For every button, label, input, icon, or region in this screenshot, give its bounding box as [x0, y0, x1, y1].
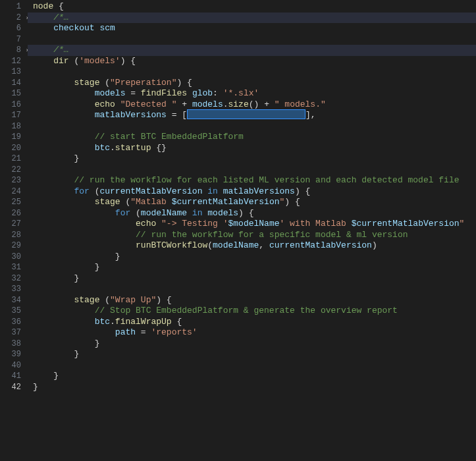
code-line[interactable]: path = 'reports'	[33, 327, 476, 339]
code-token: (	[207, 240, 213, 250]
code-token: scm	[99, 23, 115, 33]
code-area[interactable]: node { /*… checkout scm /*… dir ('models…	[28, 0, 476, 461]
code-line[interactable]: }	[33, 153, 476, 165]
code-token: matlabVersions	[223, 186, 295, 196]
code-line[interactable]: stage ("Wrap Up") {	[33, 295, 476, 306]
line-number-gutter: 12›678›121314151617181920212223242526272…	[0, 0, 28, 461]
code-token: "Detected "	[120, 99, 177, 109]
line-number: 6	[0, 23, 28, 34]
code-line[interactable]: matlabVersions = [],	[33, 110, 476, 121]
line-number: 19	[0, 132, 28, 143]
line-number: 22	[0, 165, 28, 176]
code-line[interactable]: }	[33, 382, 476, 393]
code-line[interactable]: }	[33, 262, 476, 273]
code-line[interactable]: btc.startup {}	[33, 143, 476, 154]
code-token: btc	[95, 143, 110, 153]
code-line[interactable]: echo "-> Testing '$modelName' with Matla…	[33, 219, 476, 230]
code-line[interactable]: runBTCWorkflow(modelName, currentMatlabV…	[33, 240, 476, 252]
code-line[interactable]: node {	[33, 1, 476, 13]
line-number: 30	[0, 252, 28, 263]
code-line[interactable]: }	[33, 273, 476, 285]
code-line[interactable]: }	[33, 371, 476, 382]
code-line[interactable]: }	[33, 349, 476, 360]
code-line[interactable]	[33, 34, 476, 45]
code-token: +	[176, 99, 192, 109]
code-line[interactable]: /*…	[28, 45, 476, 56]
code-token: /*…	[53, 13, 68, 22]
code-token: stage	[74, 78, 99, 88]
code-token: ) {	[120, 56, 136, 66]
line-number: 12	[0, 56, 28, 67]
code-line[interactable]: /*…	[28, 13, 476, 24]
code-token	[187, 88, 192, 98]
line-number: 15	[0, 88, 28, 99]
code-token	[33, 197, 95, 207]
code-token: .	[110, 317, 115, 327]
code-line[interactable]: btc.finalWrapUp {	[33, 317, 476, 328]
line-number: 25	[0, 197, 28, 208]
code-token: echo	[136, 219, 156, 229]
code-token: matlabVersions	[95, 110, 167, 120]
code-token	[33, 208, 115, 218]
code-line[interactable]: }	[33, 339, 476, 350]
line-number: 20	[0, 143, 28, 154]
line-number: 41	[0, 371, 28, 382]
code-line[interactable]	[33, 67, 476, 78]
line-number: 31	[0, 262, 28, 273]
code-line[interactable]: for (currentMatlabVersion in matlabVersi…	[33, 186, 476, 198]
code-token: (	[99, 295, 110, 305]
code-line[interactable]: }	[33, 252, 476, 263]
code-line[interactable]: echo "Detected " + models.size() + " mod…	[33, 99, 476, 111]
code-line[interactable]: models = findFiles glob: '*.slx'	[33, 88, 476, 99]
code-token: for	[115, 208, 130, 218]
code-line[interactable]: for (modelName in models) {	[33, 208, 476, 219]
line-number: 14	[0, 78, 28, 89]
code-line[interactable]: // start BTC EmbeddedPlatform	[33, 132, 476, 143]
code-token	[33, 99, 95, 109]
code-token: '*.slx'	[223, 88, 259, 98]
code-token: (	[130, 208, 141, 218]
text-selection[interactable]	[187, 109, 305, 119]
code-token	[156, 219, 161, 229]
code-token: finalWrapUp	[115, 317, 172, 327]
line-number: 2›	[0, 13, 28, 24]
code-line[interactable]: stage ("Preperation") {	[33, 78, 476, 89]
code-line[interactable]: // run the workflow for each listed ML v…	[33, 175, 476, 186]
code-line[interactable]	[33, 121, 476, 132]
code-line[interactable]: stage ("Matlab $currentMatlabVersion") {	[33, 197, 476, 208]
code-token	[33, 219, 136, 229]
code-token	[33, 273, 74, 283]
code-token: for	[74, 186, 89, 196]
code-token: " models."	[275, 99, 326, 109]
code-line[interactable]: dir ('models') {	[33, 56, 476, 67]
code-token: ],	[305, 110, 316, 120]
code-editor[interactable]: 12›678›121314151617181920212223242526272…	[0, 0, 476, 461]
code-line[interactable]: // Stop BTC EmbeddedPlatform & generate …	[33, 306, 476, 317]
code-token	[33, 262, 95, 272]
code-line[interactable]: checkout scm	[33, 23, 476, 34]
code-token: {	[172, 317, 182, 327]
code-line[interactable]	[33, 360, 476, 371]
code-token: ()	[249, 99, 259, 109]
code-line[interactable]	[33, 284, 476, 295]
line-number: 21	[0, 153, 28, 165]
code-token: models	[95, 88, 126, 98]
code-token: ) {	[156, 295, 171, 305]
code-line[interactable]: // run the workflow for a specific model…	[33, 230, 476, 241]
code-token: dir	[53, 56, 68, 66]
code-token	[33, 295, 74, 305]
code-token	[33, 45, 53, 55]
code-token	[33, 78, 74, 88]
code-token: {}	[151, 143, 166, 153]
line-number: 42	[0, 382, 28, 393]
code-token: (	[120, 197, 131, 207]
line-number: 26	[0, 208, 28, 219]
line-number: 28	[0, 230, 28, 241]
code-token: }	[95, 339, 100, 348]
line-number: 23	[0, 175, 28, 186]
code-token	[33, 339, 95, 348]
code-token	[33, 13, 53, 22]
code-token: }	[74, 273, 79, 283]
code-token: in	[202, 186, 223, 196]
code-line[interactable]	[33, 165, 476, 176]
